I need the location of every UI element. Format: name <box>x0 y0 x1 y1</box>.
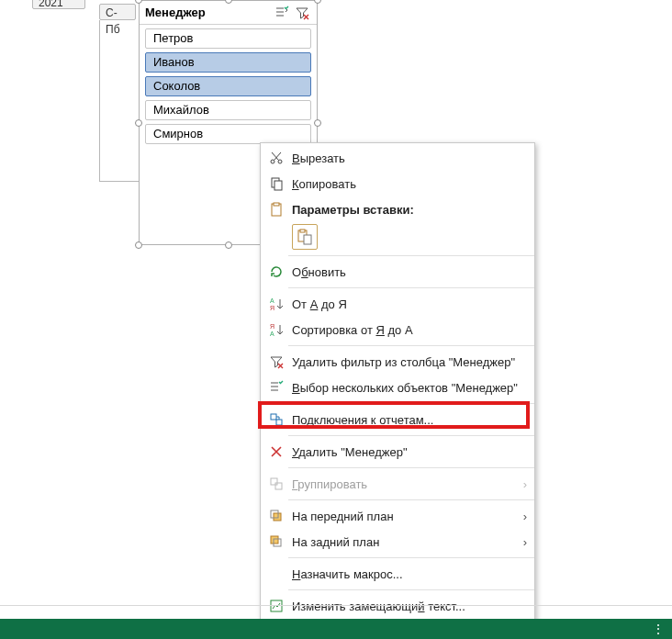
slicer-item[interactable]: Соколов <box>145 76 311 96</box>
cell-city: С-Пб <box>99 4 136 20</box>
ctx-label: На передний план <box>292 510 514 523</box>
ctx-group: Группировать › <box>261 471 534 497</box>
svg-rect-3 <box>274 181 282 190</box>
svg-text:А: А <box>270 297 274 304</box>
svg-text:А: А <box>270 331 274 337</box>
separator <box>288 255 534 256</box>
multi-select-icon <box>266 378 286 397</box>
slicer-item[interactable]: Смирнов <box>145 124 311 144</box>
ctx-cut[interactable]: Вырезать <box>261 145 534 171</box>
multi-select-icon[interactable] <box>273 4 291 22</box>
ctx-label: Удалить "Менеджер" <box>292 445 527 459</box>
ctx-label: Сортировка от Я до А <box>292 323 527 337</box>
ctx-bring-front[interactable]: На передний план › <box>261 503 534 529</box>
ctx-paste-header: Параметры вставки: <box>261 196 534 222</box>
refresh-icon <box>266 263 286 281</box>
svg-rect-8 <box>304 235 311 244</box>
paste-options-row <box>292 224 534 250</box>
ctx-label: Группировать <box>292 477 514 491</box>
svg-rect-17 <box>274 513 281 521</box>
resize-handle[interactable] <box>225 241 232 249</box>
ctx-label: Вырезать <box>292 151 527 165</box>
ctx-remove-slicer[interactable]: Удалить "Менеджер" <box>261 439 534 465</box>
ctx-sort-az[interactable]: АЯ От А до Я <box>261 291 534 317</box>
alt-text-icon <box>266 597 286 615</box>
ctx-refresh[interactable]: Обновить <box>261 259 534 285</box>
ctx-assign-macro[interactable]: Назначить макрос... <box>261 561 534 587</box>
svg-rect-16 <box>275 483 282 489</box>
more-icon[interactable]: ⋮ <box>652 622 666 636</box>
ctx-label: Изменить замещающий текст... <box>292 600 527 613</box>
separator <box>288 467 534 468</box>
group-icon <box>266 475 286 493</box>
svg-rect-5 <box>274 203 279 206</box>
slicer-title: Менеджер <box>145 6 271 19</box>
separator <box>288 287 534 288</box>
ctx-label: Подключения к отчетам... <box>292 413 527 427</box>
ctx-label: Обновить <box>292 265 527 279</box>
scissors-icon <box>266 149 286 167</box>
report-connections-icon <box>266 410 286 429</box>
separator <box>288 345 534 346</box>
ctx-alt-text[interactable]: Изменить замещающий текст... <box>261 593 534 619</box>
resize-handle[interactable] <box>135 241 142 249</box>
svg-text:Я: Я <box>270 305 274 311</box>
svg-point-0 <box>271 160 274 163</box>
slicer-items: ПетровИвановСоколовМихайловСмирнов <box>140 25 317 151</box>
ctx-label: На задний план <box>292 535 514 549</box>
slicer-item[interactable]: Петров <box>145 28 311 49</box>
clear-filter-icon <box>266 353 286 371</box>
separator <box>288 499 534 500</box>
submenu-arrow-icon: › <box>514 477 527 491</box>
context-menu: Вырезать Копировать Параметры вставки: О… <box>260 142 535 639</box>
svg-point-1 <box>278 160 282 163</box>
clipboard-icon <box>266 200 286 219</box>
separator <box>288 557 534 558</box>
ctx-label: От А до Я <box>292 297 527 311</box>
ctx-sort-za[interactable]: ЯА Сортировка от Я до А <box>261 317 534 342</box>
decorative-line <box>0 605 672 606</box>
slicer-header: Менеджер <box>140 1 317 25</box>
paste-option-button[interactable] <box>292 224 318 250</box>
svg-rect-15 <box>271 478 277 485</box>
slicer-item[interactable]: Михайлов <box>145 100 311 120</box>
ctx-send-back[interactable]: На задний план › <box>261 529 534 555</box>
svg-text:Я: Я <box>270 323 274 330</box>
ctx-copy[interactable]: Копировать <box>261 171 534 196</box>
copy-icon <box>266 174 286 193</box>
separator <box>288 403 534 404</box>
ctx-report-connections[interactable]: Подключения к отчетам... <box>261 407 534 432</box>
ctx-label: Выбор нескольких объектов "Менеджер" <box>292 381 527 395</box>
resize-handle[interactable] <box>314 0 321 4</box>
ctx-label: Удалить фильтр из столбца "Менеджер" <box>292 355 527 369</box>
clear-filter-icon[interactable] <box>293 4 311 22</box>
separator <box>288 435 534 436</box>
bring-front-icon <box>266 507 286 525</box>
svg-rect-14 <box>276 420 282 425</box>
send-back-icon <box>266 532 286 551</box>
ctx-label: Назначить макрос... <box>292 567 527 581</box>
status-bar: ⋮ <box>0 619 672 639</box>
ctx-label: Копировать <box>292 177 527 191</box>
resize-handle[interactable] <box>135 119 142 127</box>
separator <box>288 589 534 590</box>
decorative-line <box>99 20 100 181</box>
svg-rect-13 <box>271 414 276 420</box>
slicer-item[interactable]: Иванов <box>145 52 311 73</box>
cell-year: 2021 <box>32 0 85 9</box>
submenu-arrow-icon: › <box>514 510 527 523</box>
ctx-label: Параметры вставки: <box>292 203 527 217</box>
svg-rect-7 <box>300 230 305 232</box>
submenu-arrow-icon: › <box>514 535 527 549</box>
sort-az-icon: АЯ <box>266 295 286 313</box>
sort-za-icon: ЯА <box>266 320 286 339</box>
resize-handle[interactable] <box>314 119 321 127</box>
ctx-clear-filter[interactable]: Удалить фильтр из столбца "Менеджер" <box>261 349 534 375</box>
ctx-multi-select[interactable]: Выбор нескольких объектов "Менеджер" <box>261 375 534 400</box>
svg-rect-19 <box>271 536 278 544</box>
delete-icon <box>266 443 286 461</box>
